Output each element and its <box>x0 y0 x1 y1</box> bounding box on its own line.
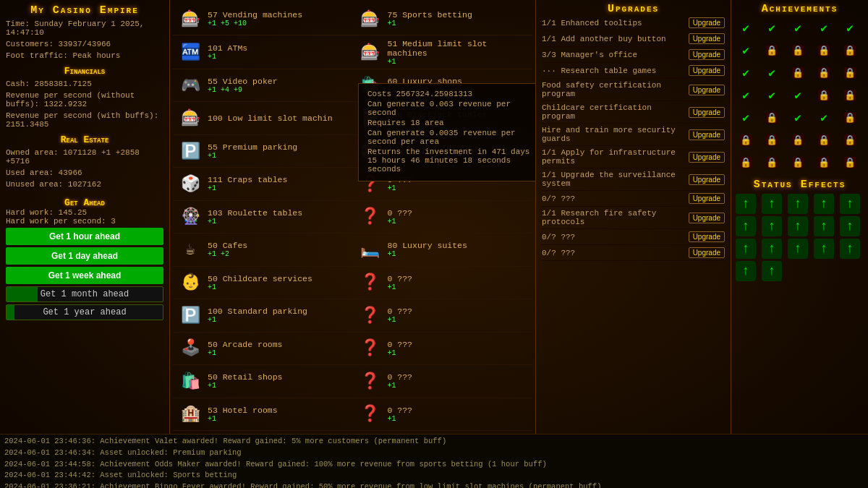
list-item[interactable]: 🕹️ 50 Arcade rooms +1 <box>173 333 353 365</box>
list-item[interactable]: 🛏️ 80 Luxury suites +1 <box>353 234 533 266</box>
list-item[interactable]: ❓ 0 ??? +1 <box>353 267 533 299</box>
status-cell-2-3: ↑ <box>814 239 834 259</box>
list-item[interactable]: 🎰 100 Low limit slot machin <box>173 102 353 134</box>
asset-name-24: 53 Hotel rooms <box>208 406 278 415</box>
achievement-cell-4-0: ✔ <box>736 108 756 128</box>
lock-icon: 🔒 <box>818 157 830 168</box>
list-item[interactable]: 🛍️ 50 Retail shops +1 <box>173 365 353 398</box>
list-item[interactable]: 🏨 53 Hotel rooms +1 <box>173 398 353 431</box>
tooltip-area: Requires 18 area <box>367 119 535 127</box>
list-item[interactable]: 🅿️ 100 Standard parking +1 <box>173 299 353 332</box>
upgrade-button-8[interactable]: Upgrade <box>689 174 725 185</box>
upgrade-button-2[interactable]: Upgrade <box>689 49 725 60</box>
list-item[interactable]: ❓ 0 ??? +1 <box>353 201 533 234</box>
asset-plus-11: +1 <box>388 184 413 192</box>
asset-icon-24: 🏨 <box>177 401 203 427</box>
status-cell-0-3: ↑ <box>814 194 834 214</box>
upgrade-button-12[interactable]: Upgrade <box>689 247 725 258</box>
time-display: Time: Sunday February 1 2025, 14:47:10 <box>6 20 163 37</box>
upgrade-button-0[interactable]: Upgrade <box>689 17 725 28</box>
upgrades-title: Upgrades <box>542 3 725 15</box>
upgrade-button-4[interactable]: Upgrade <box>689 85 725 95</box>
achievement-cell-0-2: ✔ <box>788 18 808 38</box>
list-item[interactable]: 🏧 101 ATMs +1 <box>173 35 353 69</box>
list-item[interactable]: 👶 50 Childcare services +1 <box>173 267 353 299</box>
upgrade-button-7[interactable]: Upgrade <box>689 152 725 163</box>
check-icon: ✔ <box>742 43 749 58</box>
list-item[interactable]: 🅿️ 55 Premium parking +1 <box>173 135 353 168</box>
upgrade-row: 1/1 Research fire safety protocols Upgra… <box>542 207 725 229</box>
get-week-ahead-button[interactable]: Get 1 week ahead <box>6 267 163 284</box>
lock-icon: 🔒 <box>844 157 856 168</box>
list-item[interactable]: 🎡 103 Roulette tables +1 <box>173 201 353 234</box>
upgrade-button-5[interactable]: Upgrade <box>689 107 725 118</box>
asset-plus-4: +1 +4 +9 <box>208 86 278 94</box>
upgrade-row: 1/1 Add another buy button Upgrade <box>542 31 725 47</box>
achievement-cell-6-3: 🔒 <box>814 153 834 173</box>
asset-icon-3: 🎰 <box>357 39 383 65</box>
year-progress-bar[interactable]: Get 1 year ahead <box>6 304 163 320</box>
asset-name-23: 0 ??? <box>388 372 413 382</box>
asset-icon-13: ❓ <box>357 204 383 230</box>
list-item[interactable]: 🎮 55 Video poker +1 +4 +9 <box>173 69 353 102</box>
asset-plus-23: +1 <box>388 382 413 390</box>
upgrade-button-10[interactable]: Upgrade <box>689 213 725 223</box>
upgrade-button-6[interactable]: Upgrade <box>689 129 725 140</box>
upgrade-row: ··· Research table games Upgrade <box>542 63 725 79</box>
achievement-cell-3-0: ✔ <box>736 85 756 106</box>
status-cell-1-4: ↑ <box>840 216 860 236</box>
month-progress-bar[interactable]: Get 1 month ahead <box>6 286 163 302</box>
asset-plus-15: +1 <box>388 250 467 258</box>
asset-icon-22: 🛍️ <box>177 368 203 394</box>
get-hour-ahead-button[interactable]: Get 1 hour ahead <box>6 228 163 245</box>
asset-icon-17: ❓ <box>357 270 383 296</box>
left-panel: My Casino Empire Time: Sunday February 1… <box>0 0 170 434</box>
asset-plus-0: +1 +5 +10 <box>208 20 302 27</box>
upgrade-button-1[interactable]: Upgrade <box>689 33 725 44</box>
activity-log: 2024-06-01 23:46:36: Achievement Valet a… <box>0 434 868 488</box>
upgrade-label-11: 0/? ??? <box>542 233 689 241</box>
asset-name-17: 0 ??? <box>388 274 413 283</box>
upgrade-row: 1/1 Apply for infrastructure permits Upg… <box>542 146 725 168</box>
asset-name-19: 0 ??? <box>388 307 413 316</box>
game-title: My Casino Empire <box>6 4 163 17</box>
asset-plus-12: +1 <box>208 218 302 226</box>
achievement-cell-2-0: ✔ <box>736 63 756 83</box>
asset-icon-18: 🅿️ <box>177 302 203 328</box>
asset-name-14: 50 Cafes <box>208 241 247 250</box>
log-line: 2024-06-01 23:44:42: Asset unlocked: Spo… <box>4 470 864 481</box>
upgrade-row: 0/? ??? Upgrade <box>542 229 725 245</box>
list-item[interactable]: 🎰 75 Sports betting +1 <box>353 3 533 35</box>
lock-icon: 🔒 <box>792 67 804 79</box>
lock-icon: 🔒 <box>818 45 830 56</box>
upgrade-button-9[interactable]: Upgrade <box>689 193 725 204</box>
list-item[interactable]: ❓ 0 ??? +1 <box>353 299 533 332</box>
achievement-cell-2-4: 🔒 <box>840 63 860 83</box>
revenue-with-buffs: Revenue per second (with buffs): 2151.34… <box>6 111 163 129</box>
list-item[interactable]: ❓ 0 ??? +1 <box>353 398 533 431</box>
list-item[interactable]: ☕ 50 Cafes +1 +2 <box>173 234 353 266</box>
asset-name-18: 100 Standard parking <box>208 307 307 316</box>
get-day-ahead-button[interactable]: Get 1 day ahead <box>6 247 163 265</box>
asset-plus-19: +1 <box>388 316 413 324</box>
upgrade-button-11[interactable]: Upgrade <box>689 231 725 242</box>
list-item[interactable]: 🎰 57 Vending machines +1 +5 +10 <box>173 3 353 35</box>
upgrade-label-8: 1/1 Upgrade the surveillance system <box>542 171 689 188</box>
upgrade-button-3[interactable]: Upgrade <box>689 65 725 76</box>
asset-name-10: 111 Craps tables <box>208 175 287 184</box>
upgrade-label-5: Childcare certification program <box>542 103 689 121</box>
achievement-cell-3-4: 🔒 <box>840 85 860 106</box>
upgrade-row: 3/3 Manager's office Upgrade <box>542 47 725 63</box>
list-item[interactable]: ❓ 0 ??? +1 <box>353 365 533 398</box>
achievement-cell-5-2: 🔒 <box>788 130 808 150</box>
upgrade-row: 1/1 Enhanced tooltips Upgrade <box>542 15 725 31</box>
achievement-cell-1-3: 🔒 <box>814 40 834 61</box>
list-item[interactable]: ❓ 0 ??? +1 <box>353 333 533 365</box>
list-item[interactable]: 🎰 51 Medium limit slot machines +1 <box>353 35 533 69</box>
upgrade-row: 0/? ??? Upgrade <box>542 191 725 207</box>
used-area: Used area: 43966 <box>6 168 163 177</box>
status-cell-3-2 <box>788 261 808 281</box>
list-item[interactable]: 🎲 111 Craps tables +1 <box>173 168 353 200</box>
achievement-cell-2-1: ✔ <box>762 63 782 83</box>
log-line: 2024-06-01 23:44:58: Achievement Odds Ma… <box>4 459 864 471</box>
